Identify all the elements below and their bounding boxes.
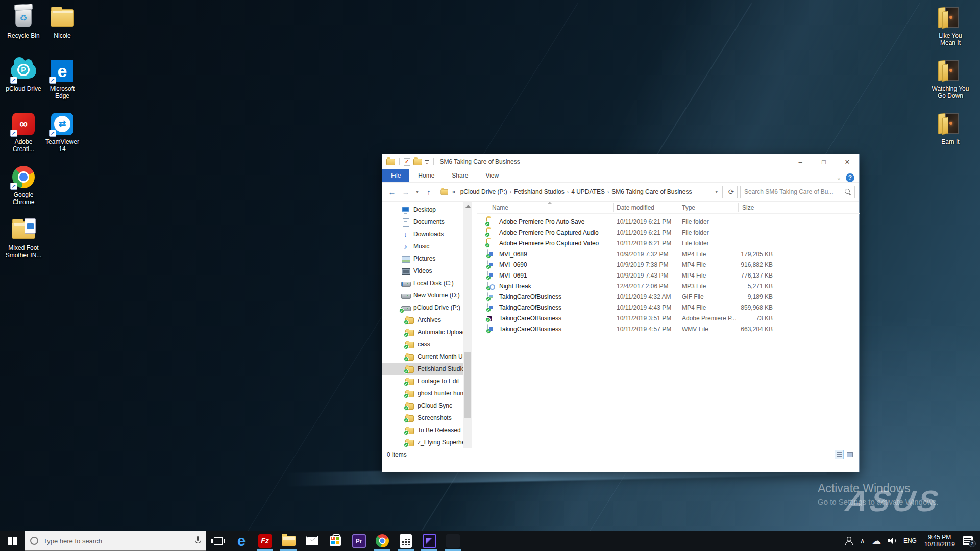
microphone-icon[interactable]	[194, 536, 201, 545]
breadcrumb-item[interactable]: 4 UPDATES	[570, 188, 606, 195]
tab-home[interactable]: Home	[409, 169, 443, 182]
desktop-icon-teamviewer-14[interactable]: ⇄↗TeamViewer 14	[43, 111, 82, 153]
sidebar-item-documents[interactable]: Documents	[382, 216, 463, 228]
task-view-button[interactable]	[206, 531, 230, 551]
sidebar-item-new-volume-d-[interactable]: New Volume (D:)	[382, 289, 463, 302]
up-button[interactable]: ↑	[423, 188, 434, 196]
forward-button[interactable]: →	[400, 188, 411, 196]
taskbar-app-mail[interactable]	[300, 531, 324, 551]
desktop-icon-watching-you-go-down[interactable]: Watching You Go Down	[931, 58, 970, 99]
sidebar-item-local-disk-c-[interactable]: Local Disk (C:)	[382, 277, 463, 289]
taskbar-clock[interactable]: 9:45 PM 10/18/2019	[920, 534, 959, 548]
close-button[interactable]: ✕	[836, 154, 859, 169]
sidebar-item-pcloud-drive-p-[interactable]: ✓pCloud Drive (P:)	[382, 302, 463, 314]
sidebar-item-cass[interactable]: ✓cass	[382, 338, 463, 350]
refresh-button[interactable]: ⟳	[725, 186, 738, 198]
volume-button[interactable]	[885, 531, 900, 551]
taskbar-app-premiere[interactable]: Pr	[347, 531, 371, 551]
breadcrumb[interactable]: « pCloud Drive (P:)›Fetishland Studios›4…	[437, 186, 723, 198]
people-button[interactable]	[841, 531, 856, 551]
taskbar-app-edge[interactable]: e	[230, 531, 253, 551]
explorer-system-icon[interactable]	[386, 159, 395, 165]
sidebar-item-pcloud-sync[interactable]: ✓pCloud Sync	[382, 399, 463, 412]
search-input[interactable]: Search SM6 Taking Care of Bu...	[740, 186, 855, 198]
column-separator[interactable]	[613, 203, 614, 212]
taskbar-app-store[interactable]	[324, 531, 347, 551]
taskbar-search-input[interactable]: Type here to search	[24, 531, 206, 551]
desktop-icon-nicole[interactable]: Nicole	[43, 5, 82, 39]
table-row[interactable]: ✓TakingCareOfBusiness10/11/2019 4:57 PMW…	[477, 323, 860, 334]
sidebar-item-to-be-released[interactable]: ✓To Be Released	[382, 424, 463, 436]
taskbar-app-purple-app[interactable]	[418, 531, 441, 551]
table-row[interactable]: ✓TakingCareOfBusiness10/11/2019 4:32 AMG…	[477, 291, 860, 302]
tab-share[interactable]: Share	[443, 169, 477, 182]
sidebar-item-desktop[interactable]: Desktop	[382, 204, 463, 216]
desktop-icon-microsoft-edge[interactable]: e↗Microsoft Edge	[43, 58, 82, 99]
desktop-icon-earn-it[interactable]: Earn It	[931, 111, 970, 145]
scroll-up-icon[interactable]	[465, 205, 471, 208]
breadcrumb-item[interactable]: SM6 Taking Care of Business	[610, 188, 693, 195]
table-row[interactable]: ✓MVI_069010/9/2019 7:38 PMMP4 File916,88…	[477, 259, 860, 270]
language-indicator[interactable]: ENG	[900, 531, 920, 551]
sidebar-item-screenshots[interactable]: ✓Screenshots	[382, 412, 463, 424]
column-separator[interactable]	[778, 203, 778, 212]
column-header-name[interactable]: Name	[492, 202, 508, 214]
taskbar-app-explorer[interactable]	[277, 531, 300, 551]
show-hidden-icons-button[interactable]: ∧	[856, 531, 868, 551]
breadcrumb-overflow[interactable]: «	[451, 188, 457, 195]
sidebar-item-footage-to-edit[interactable]: ✓Footage to Edit	[382, 375, 463, 387]
qat-new-folder-icon[interactable]	[413, 159, 422, 165]
title-bar[interactable]: ⌄ SM6 Taking Care of Business – □ ✕	[382, 154, 859, 169]
table-row[interactable]: ✓Night Break12/4/2017 2:06 PMMP3 File5,2…	[477, 281, 860, 291]
ribbon-collapse-icon[interactable]: ⌄	[837, 174, 841, 181]
desktop-icon-google-chrome[interactable]: ↗Google Chrome	[4, 164, 43, 206]
sidebar-item-fetishland-studios[interactable]: ✓Fetishland Studios	[382, 363, 463, 375]
breadcrumb-item[interactable]: Fetishland Studios	[513, 188, 566, 195]
back-button[interactable]: ←	[386, 188, 398, 196]
desktop-icon-pcloud-drive[interactable]: P↗pCloud Drive	[4, 58, 43, 92]
table-row[interactable]: ✓Adobe Premiere Pro Captured Audio10/11/…	[477, 227, 860, 238]
column-separator[interactable]	[678, 203, 678, 212]
column-header-date-modified[interactable]: Date modified	[617, 202, 654, 214]
taskbar-app-chrome[interactable]	[371, 531, 394, 551]
desktop-icon-recycle-bin[interactable]: ♻Recycle Bin	[4, 5, 43, 39]
help-icon[interactable]: ?	[846, 173, 854, 182]
sidebar-item-archives[interactable]: ✓Archives	[382, 314, 463, 326]
sidebar-item-automatic-upload[interactable]: ✓Automatic Upload	[382, 326, 463, 338]
column-separator[interactable]	[738, 203, 739, 212]
scrollbar-thumb[interactable]	[464, 352, 471, 418]
desktop-icon-like-you-mean-it[interactable]: Like You Mean It	[931, 5, 970, 46]
sidebar-item-music[interactable]: ♪Music	[382, 240, 463, 253]
sidebar-item-z-flying-superhero[interactable]: ✓z_Flying Superhero	[382, 436, 463, 448]
onedrive-button[interactable]: ☁	[868, 531, 885, 551]
maximize-button[interactable]: □	[812, 154, 836, 169]
taskbar-app-calculator[interactable]	[394, 531, 418, 551]
navigation-scrollbar[interactable]	[463, 202, 472, 460]
action-center-button[interactable]: 2	[959, 531, 980, 551]
taskbar-app-filezilla[interactable]: Fz	[253, 531, 277, 551]
sidebar-item-pictures[interactable]: Pictures	[382, 253, 463, 265]
table-row[interactable]: ✓Adobe Premiere Pro Auto-Save10/11/2019 …	[477, 216, 860, 227]
table-row[interactable]: ✓MVI_068910/9/2019 7:32 PMMP4 File179,20…	[477, 248, 860, 259]
thumbnail-view-button[interactable]	[845, 450, 854, 459]
sidebar-item-videos[interactable]: Videos	[382, 265, 463, 277]
table-row[interactable]: Pr✓TakingCareOfBusiness10/11/2019 3:51 P…	[477, 313, 860, 323]
qat-customize-caret-icon[interactable]: ⌄	[425, 160, 429, 165]
tab-file[interactable]: File	[382, 169, 409, 182]
breadcrumb-item[interactable]: pCloud Drive (P:)	[459, 188, 508, 195]
desktop-icon-mixed-foot-smother-in-[interactable]: Mixed Foot Smother IN...	[4, 217, 43, 259]
details-view-button[interactable]	[835, 450, 844, 459]
table-row[interactable]: ✓Adobe Premiere Pro Captured Video10/11/…	[477, 238, 860, 248]
column-header-type[interactable]: Type	[682, 202, 695, 214]
minimize-button[interactable]: –	[789, 154, 812, 169]
taskbar-app-dark-app[interactable]	[441, 531, 464, 551]
desktop-icon-adobe-creati-[interactable]: ∞↗Adobe Creati...	[4, 111, 43, 153]
recent-locations-caret-icon[interactable]: ▾	[414, 189, 421, 194]
sidebar-item-current-month-upd[interactable]: ✓Current Month Upd	[382, 350, 463, 363]
qat-properties-icon[interactable]	[404, 158, 410, 166]
sidebar-item-downloads[interactable]: ↓Downloads	[382, 228, 463, 240]
table-row[interactable]: ✓TakingCareOfBusiness10/11/2019 4:43 PMM…	[477, 302, 860, 313]
address-dropdown-caret-icon[interactable]: ▾	[713, 189, 720, 194]
tab-view[interactable]: View	[477, 169, 507, 182]
search-icon[interactable]	[845, 189, 851, 195]
